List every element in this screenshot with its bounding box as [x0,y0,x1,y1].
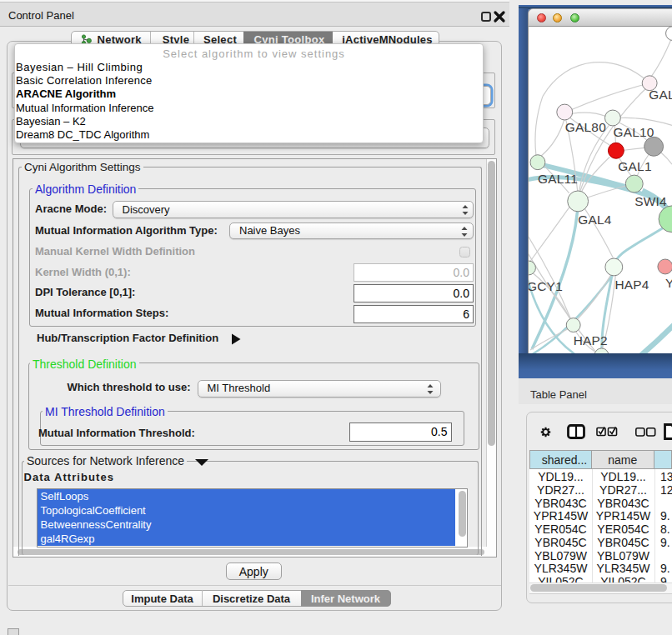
svg-text:HAP4: HAP4 [614,278,649,292]
svg-text:GCY1: GCY1 [528,279,563,293]
svg-text:HAP2: HAP2 [574,333,608,348]
svg-text:Y: Y [665,276,672,290]
svg-text:GAL: GAL [649,88,672,102]
svg-text:GAL80: GAL80 [565,120,606,134]
svg-text:SWI4: SWI4 [634,194,667,208]
svg-text:GAL11: GAL11 [538,172,578,186]
svg-text:GAL4: GAL4 [578,212,612,227]
svg-text:GAL10: GAL10 [613,125,654,139]
svg-text:GAL1: GAL1 [618,159,651,173]
